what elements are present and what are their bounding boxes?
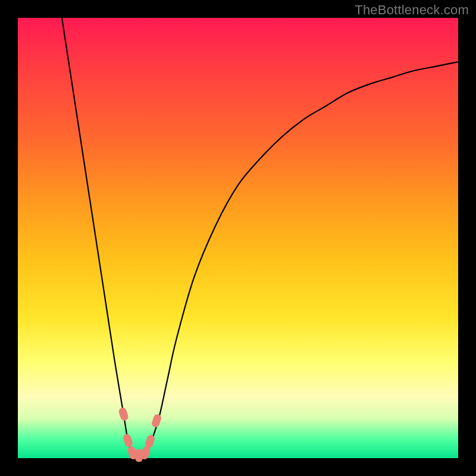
watermark-label: TheBottleneck.com: [355, 2, 469, 18]
plot-area: [18, 18, 458, 458]
curve-marker: [151, 414, 162, 428]
bottleneck-curve: [62, 18, 458, 459]
chart-svg: [18, 18, 458, 458]
chart-frame: TheBottleneck.com: [0, 0, 476, 476]
curve-marker: [122, 433, 133, 448]
curve-marker: [118, 407, 129, 422]
marker-group: [118, 407, 162, 462]
